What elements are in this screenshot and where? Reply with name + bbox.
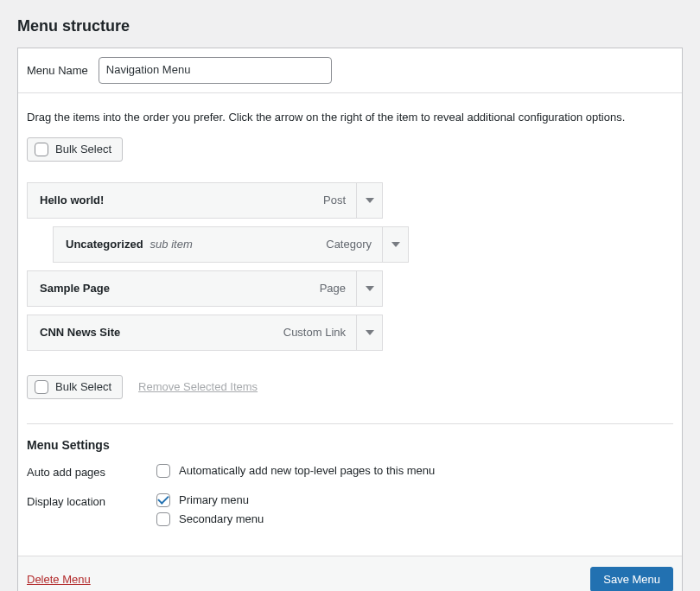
menu-item[interactable]: Sample Page Page — [27, 270, 383, 307]
bulk-checkbox-top[interactable] — [35, 143, 48, 156]
svg-marker-2 — [366, 286, 374, 291]
menu-item-subtag: sub item — [150, 238, 193, 251]
menu-item-title: Hello world! — [40, 194, 104, 207]
menu-settings-title: Menu Settings — [27, 438, 673, 452]
expand-toggle[interactable] — [382, 226, 408, 263]
display-location-option[interactable]: Primary menu — [156, 493, 673, 507]
menu-item[interactable]: CNN News Site Custom Link — [27, 315, 383, 351]
panel-body: Drag the items into the order you prefer… — [18, 93, 682, 556]
chevron-down-icon — [366, 198, 374, 203]
menu-item-title: Uncategorized — [66, 238, 143, 251]
chevron-down-icon — [366, 286, 374, 291]
svg-marker-3 — [366, 330, 374, 335]
menu-item-type: Post — [323, 194, 346, 207]
secondary-menu-label: Secondary menu — [179, 512, 264, 525]
display-location-label: Display location — [27, 493, 156, 508]
panel-footer: Delete Menu Save Menu — [18, 556, 682, 591]
menu-name-input[interactable] — [99, 57, 332, 84]
menu-name-label: Menu Name — [27, 64, 88, 77]
menu-item-type: Custom Link — [283, 326, 346, 339]
chevron-down-icon — [391, 242, 400, 247]
bulk-select-label-bottom: Bulk Select — [55, 380, 111, 393]
expand-toggle[interactable] — [356, 270, 382, 307]
page-title: Menu structure — [17, 17, 683, 35]
menu-item[interactable]: Hello world! Post — [27, 182, 383, 219]
expand-toggle[interactable] — [356, 315, 382, 351]
primary-menu-checkbox[interactable] — [156, 493, 170, 507]
auto-add-option[interactable]: Automatically add new top-level pages to… — [156, 464, 673, 478]
auto-add-label: Auto add pages — [27, 464, 156, 479]
bulk-checkbox-bottom[interactable] — [35, 380, 48, 394]
menu-item-type: Page — [320, 282, 346, 295]
save-menu-button[interactable]: Save Menu — [590, 567, 673, 591]
display-location-option[interactable]: Secondary menu — [156, 512, 673, 526]
menu-panel: Menu Name Drag the items into the order … — [17, 48, 683, 591]
svg-marker-1 — [391, 242, 400, 247]
separator — [27, 423, 673, 424]
menu-item-type: Category — [326, 238, 372, 251]
bulk-select-top[interactable]: Bulk Select — [27, 137, 123, 162]
menu-items: Hello world! Post Uncategorized sub item… — [27, 182, 673, 351]
bulk-row-bottom: Bulk Select Remove Selected Items — [27, 375, 673, 399]
display-location-row: Display location Primary menu Secondary … — [27, 493, 673, 531]
delete-menu-link[interactable]: Delete Menu — [27, 573, 91, 586]
menu-item-title: CNN News Site — [40, 326, 120, 339]
chevron-down-icon — [366, 330, 374, 335]
auto-add-row: Auto add pages Automatically add new top… — [27, 464, 673, 483]
secondary-menu-checkbox[interactable] — [156, 512, 170, 526]
auto-add-checkbox[interactable] — [156, 464, 170, 478]
remove-selected-link: Remove Selected Items — [138, 380, 258, 393]
svg-marker-0 — [366, 198, 374, 203]
primary-menu-label: Primary menu — [179, 493, 249, 506]
help-text: Drag the items into the order you prefer… — [27, 111, 673, 124]
expand-toggle[interactable] — [356, 182, 382, 219]
bulk-select-bottom[interactable]: Bulk Select — [27, 375, 123, 399]
bulk-select-label-top: Bulk Select — [55, 143, 111, 156]
menu-item-title: Sample Page — [40, 282, 110, 295]
menu-name-row: Menu Name — [18, 48, 682, 93]
auto-add-option-label: Automatically add new top-level pages to… — [179, 464, 435, 477]
menu-item[interactable]: Uncategorized sub item Category — [53, 226, 409, 263]
